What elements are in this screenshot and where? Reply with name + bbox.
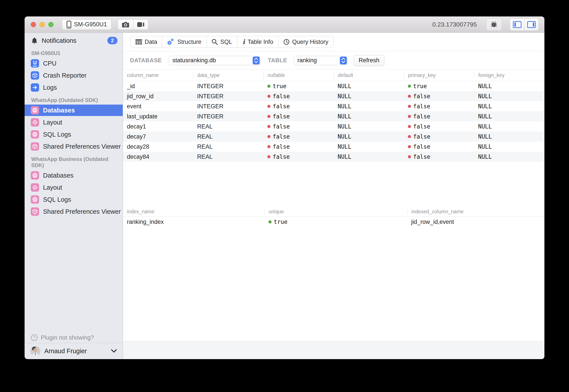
user-menu[interactable]: Arnaud Frugier — [25, 343, 123, 359]
main-panel: Data StructureSQLiTable InfoQuery Histor… — [123, 33, 544, 359]
false-dot-icon — [408, 95, 411, 98]
sidebar-item-label: Layout — [43, 184, 62, 191]
screen-record-button[interactable] — [133, 19, 148, 30]
cell-value: ranking_index — [127, 219, 164, 225]
sidebar-item-shared-preferences-viewer[interactable]: Shared Preferences Viewer — [25, 206, 123, 217]
device-selector-button[interactable]: SM-G950U1 — [62, 19, 112, 30]
plugin-help-label: Plugin not showing? — [41, 334, 94, 341]
tab-label: Table Info — [248, 39, 273, 45]
avatar — [30, 346, 40, 356]
view-tab-group: Data StructureSQLiTable InfoQuery Histor… — [130, 36, 333, 48]
video-camera-icon — [137, 22, 144, 28]
cell-column-name: decay28 — [123, 143, 193, 150]
cell-column-name: event — [123, 103, 193, 110]
sidebar-item-databases[interactable]: Databases — [25, 170, 123, 181]
info-icon: i — [242, 39, 245, 45]
toggle-left-sidebar-button[interactable] — [510, 18, 524, 31]
sidebar-item-label: Crash Reporter — [43, 72, 87, 79]
minimize-button[interactable] — [40, 22, 45, 27]
cell-value: INTEGER — [197, 83, 224, 90]
cell-value: NULL — [338, 83, 351, 89]
sidebar-item-layout[interactable]: Layout — [25, 182, 123, 193]
false-dot-icon — [267, 115, 270, 118]
table-row[interactable]: last_updateINTEGERfalseNULLfalseNULL — [123, 111, 544, 122]
table-select[interactable]: ranking — [294, 56, 348, 65]
cell-default: NULL — [334, 143, 404, 150]
cell-value: NULL — [338, 143, 351, 150]
sidebar-item-sql-logs[interactable]: SQL Logs — [25, 129, 123, 140]
cell-data-type: REAL — [193, 133, 263, 140]
sidebar-item-crash-reporter[interactable]: Crash Reporter — [25, 70, 123, 81]
table-row[interactable]: jid_row_idINTEGERfalseNULLfalseNULL — [123, 91, 544, 101]
cell-column-name: _id — [123, 83, 193, 90]
stepper-icon — [253, 56, 260, 64]
column-header-foreign-key: foreign_key — [474, 72, 544, 79]
cell-indexed-column-name: jid_row_id,event — [407, 219, 544, 225]
cell-nullable: false — [263, 154, 334, 160]
cell-value: last_update — [127, 113, 158, 120]
boolean-value: true — [413, 83, 427, 89]
table-row[interactable]: decay84REALfalseNULLfalseNULL — [123, 152, 544, 162]
table-row[interactable]: decay1REALfalseNULLfalseNULL — [123, 122, 544, 132]
bug-icon — [490, 21, 498, 28]
refresh-button[interactable]: Refresh — [354, 55, 385, 66]
tab-data[interactable]: Data — [130, 36, 162, 48]
boolean-value: true — [274, 219, 287, 225]
cell-primary-key: false — [404, 93, 474, 99]
false-dot-icon — [267, 135, 270, 138]
false-dot-icon — [267, 95, 270, 98]
svg-text:i: i — [242, 39, 245, 45]
cell-value: NULL — [338, 103, 351, 110]
tab-structure[interactable]: Structure — [162, 36, 207, 48]
cube-icon — [31, 71, 39, 80]
panel-right-icon — [527, 21, 536, 28]
sidebar-item-databases[interactable]: Databases — [25, 105, 123, 116]
table-row[interactable]: decay28REALfalseNULLfalseNULL — [123, 142, 544, 152]
sidebar-item-logs[interactable]: Logs — [25, 82, 123, 93]
database-select-value: statusranking.db — [169, 57, 253, 64]
sidebar-item-cpu[interactable]: UCPU — [25, 58, 123, 69]
table-row[interactable]: ranking_indextruejid_row_id,event — [123, 217, 544, 227]
plugin-help-link[interactable]: ? Plugin not showing? — [25, 332, 123, 343]
table-row[interactable]: _idINTEGERtrueNULLtrueNULL — [123, 81, 544, 91]
cell-value: decay1 — [127, 123, 146, 130]
cell-value: NULL — [338, 133, 351, 140]
sidebar-item-layout[interactable]: Layout — [25, 117, 123, 128]
zoom-button[interactable] — [48, 22, 54, 27]
close-button[interactable] — [31, 22, 36, 27]
cpu-icon: U — [31, 59, 39, 68]
sidebar-item-sql-logs[interactable]: SQL Logs — [25, 194, 123, 205]
tab-query-history[interactable]: Query History — [278, 36, 333, 48]
cell-value: NULL — [338, 123, 351, 130]
cell-value: decay28 — [127, 143, 149, 150]
table-row[interactable]: eventINTEGERfalseNULLfalseNULL — [123, 101, 544, 111]
boolean-value: false — [413, 133, 430, 140]
indexes-table: index_nameuniqueindexed_column_nameranki… — [123, 207, 544, 227]
sidebar-item-label: Shared Preferences Viewer — [43, 208, 121, 215]
screenshot-button[interactable] — [118, 19, 133, 30]
cell-foreign-key: NULL — [474, 83, 544, 89]
toggle-right-sidebar-button[interactable] — [524, 18, 539, 31]
tab-sql[interactable]: SQL — [207, 36, 237, 48]
device-name: SM-G950U1 — [74, 21, 107, 28]
tab-label: Structure — [177, 39, 202, 45]
table-header-row: column_namedata_typenullabledefaultprima… — [123, 70, 544, 81]
cell-foreign-key: NULL — [474, 113, 544, 120]
database-select[interactable]: statusranking.db — [169, 56, 261, 65]
tab-table-info[interactable]: iTable Info — [237, 36, 278, 48]
capture-button-group — [118, 19, 148, 30]
cell-data-type: INTEGER — [193, 93, 263, 100]
sidebar-item-label: Databases — [43, 107, 75, 114]
cell-value: NULL — [478, 83, 492, 89]
cell-data-type: REAL — [193, 123, 263, 130]
true-dot-icon — [267, 85, 270, 88]
cell-primary-key: false — [404, 113, 474, 120]
sidebar-item-notifications[interactable]: Notifications 2 — [25, 35, 123, 46]
tab-label: Data — [145, 39, 157, 45]
sidebar: Notifications 2 SM-G950U1UCPU Crash Repo… — [25, 33, 123, 359]
table-row[interactable]: decay7REALfalseNULLfalseNULL — [123, 132, 544, 142]
report-bug-button[interactable] — [486, 18, 502, 31]
cell-value: jid_row_id — [127, 93, 154, 100]
sidebar-item-shared-preferences-viewer[interactable]: Shared Preferences Viewer — [25, 141, 123, 152]
database-label: DATABASE — [130, 57, 162, 64]
